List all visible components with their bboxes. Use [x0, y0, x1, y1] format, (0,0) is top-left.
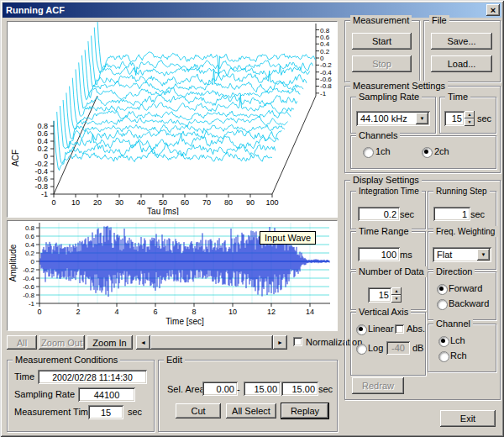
spin-up-icon[interactable]: ▲ [391, 287, 402, 295]
svg-text:14: 14 [306, 308, 314, 316]
sel-area-unit: sec [318, 384, 333, 395]
stop-button[interactable]: Stop [352, 55, 412, 72]
start-button[interactable]: Start [352, 33, 412, 50]
time-range-field[interactable]: 100 [358, 247, 400, 261]
acf-waterfall-panel: 0102030405060708090100Tau [ms]0.80.60.40… [7, 21, 338, 218]
input-wave-panel[interactable]: 0.80.60.40.20-0.2-0.4-0.6-0.8-1024681012… [7, 220, 338, 331]
titlebar[interactable]: Running ACF × [3, 3, 501, 18]
chevron-down-icon[interactable]: ▼ [477, 249, 490, 261]
db-unit: dB [412, 343, 423, 354]
edit-group: Edit Sel. Area 0.00 - 15.00 15.00 sec Cu… [158, 360, 338, 432]
save-button[interactable]: Save... [431, 33, 492, 50]
close-button[interactable]: × [486, 4, 500, 16]
redraw-button[interactable]: Redraw [352, 377, 404, 394]
scroll-left-button[interactable]: ◄ [136, 335, 150, 350]
svg-text:100: 100 [265, 198, 278, 207]
radio-backward-label: Backward [449, 298, 489, 309]
number-of-data-value[interactable]: 15 [368, 287, 391, 303]
running-step-group: Running Step 1 sec [428, 191, 496, 229]
svg-text:8: 8 [192, 308, 196, 316]
number-of-data-group: Number of Data 15 ▲ ▼ [350, 271, 426, 310]
scroll-left-icon: ◄ [140, 340, 146, 345]
acf-waterfall-chart: 0102030405060708090100Tau [ms]0.80.60.40… [8, 22, 335, 215]
running-step-label: Running Step [433, 186, 490, 197]
sel-area-from-field[interactable]: 0.00 [202, 382, 238, 396]
svg-text:0.8: 0.8 [25, 224, 35, 232]
freq-weighting-select[interactable]: Flat ▼ [433, 247, 491, 262]
sel-area-to-field[interactable]: 15.00 [244, 382, 281, 396]
time-value[interactable]: 15 [444, 111, 465, 126]
db-field: -40 [386, 341, 410, 355]
all-button[interactable]: All [7, 335, 37, 350]
radio-2ch[interactable] [422, 147, 433, 158]
channel-group: Channel Lch Rch [428, 324, 496, 372]
zoom-out-button[interactable]: Zoom Out [39, 335, 85, 350]
mc-measurement-time-field[interactable]: 15 [88, 405, 123, 419]
time-unit: sec [477, 113, 491, 124]
measurement-conditions-title: Measurement Conditions [13, 355, 120, 366]
svg-text:0: 0 [37, 308, 41, 316]
spin-down-icon[interactable]: ▼ [465, 118, 475, 126]
svg-text:50: 50 [159, 198, 167, 207]
svg-text:Amplitude: Amplitude [8, 244, 18, 282]
abs-label: Abs. [407, 324, 425, 334]
svg-text:10: 10 [228, 308, 237, 316]
measurement-conditions-group: Measurement Conditions Time 2002/02/28 1… [7, 360, 155, 432]
scroll-right-button[interactable]: ► [273, 335, 287, 350]
radio-log[interactable] [356, 344, 367, 355]
svg-text:4: 4 [114, 308, 118, 316]
integration-time-field[interactable]: 0.2 [358, 207, 400, 221]
running-step-field[interactable]: 1 [433, 207, 470, 221]
time-group: Time 15 ▲ ▼ sec [439, 97, 496, 134]
mc-measurement-time-label: Measurement Time [14, 407, 93, 418]
radio-lch[interactable] [438, 336, 449, 347]
radio-1ch-label: 1ch [375, 146, 391, 157]
running-step-unit: sec [470, 209, 485, 220]
zoom-in-button[interactable]: Zoom In [87, 335, 133, 350]
mc-sampling-rate-field[interactable]: 44100 [78, 387, 135, 402]
scrollbar-thumb[interactable] [150, 335, 273, 350]
number-of-data-spinner[interactable]: 15 ▲ ▼ [368, 287, 402, 303]
svg-text:-0.8: -0.8 [23, 292, 34, 299]
svg-text:-0.2: -0.2 [23, 266, 34, 274]
normalization-checkbox[interactable] [293, 337, 302, 346]
sel-area-label: Sel. Area [167, 384, 205, 395]
svg-text:6: 6 [153, 308, 157, 316]
exit-button[interactable]: Exit [440, 410, 496, 427]
radio-1ch[interactable] [363, 147, 374, 158]
sampling-rate-select[interactable]: 44.100 kHz ▼ [356, 111, 430, 126]
channel-label: Channel [433, 319, 473, 329]
spin-up-icon[interactable]: ▲ [465, 111, 475, 118]
radio-backward[interactable] [437, 299, 448, 310]
close-icon: × [491, 6, 496, 14]
measurement-title: Measurement [350, 15, 412, 26]
spin-down-icon[interactable]: ▼ [391, 295, 402, 303]
edit-title: Edit [164, 355, 185, 366]
number-of-data-label: Number of Data [356, 266, 427, 277]
sel-area-length-field[interactable]: 15.00 [281, 382, 318, 396]
time-spinner[interactable]: 15 ▲ ▼ [444, 111, 475, 126]
radio-log-label: Log [368, 343, 383, 354]
mc-time-field[interactable]: 2002/02/28 11:14:30 [38, 370, 147, 384]
channels-label: Channels [356, 130, 400, 141]
time-range-group: Time Range 100 ms [350, 231, 426, 270]
radio-forward[interactable] [437, 284, 448, 295]
all-select-button[interactable]: All Select [226, 403, 276, 419]
replay-button[interactable]: Replay [281, 403, 328, 419]
cut-button[interactable]: Cut [176, 403, 221, 419]
load-button[interactable]: Load... [431, 55, 492, 72]
radio-linear[interactable] [356, 324, 367, 335]
sampling-rate-label: Sampling Rate [356, 92, 422, 103]
radio-rch[interactable] [438, 351, 449, 362]
svg-text:-1: -1 [320, 90, 327, 97]
time-label: Time [445, 92, 470, 103]
running-acf-window: Running ACF × 0102030405060708090100Tau … [0, 0, 504, 437]
measurement-settings-title: Measurement Settings [350, 81, 448, 92]
abs-checkbox[interactable] [395, 324, 404, 334]
waveform-scrollbar[interactable]: ◄ ► [136, 335, 287, 350]
time-range-label: Time Range [356, 226, 412, 237]
integration-time-unit: sec [400, 209, 414, 220]
chevron-down-icon[interactable]: ▼ [416, 113, 428, 124]
file-group: File Save... Load... [423, 20, 501, 82]
svg-text:90: 90 [246, 198, 255, 207]
